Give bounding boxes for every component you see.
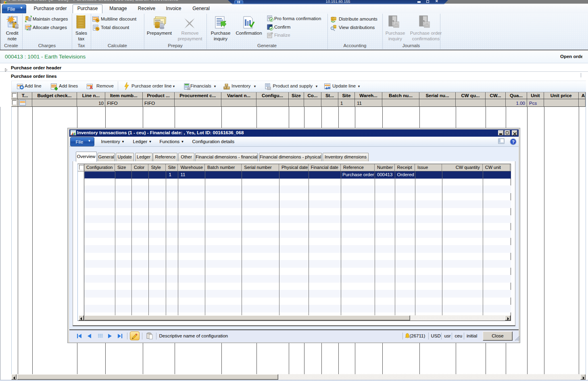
svg-text:%: % bbox=[96, 19, 99, 22]
svg-text:?: ? bbox=[512, 139, 515, 144]
svg-text:%: % bbox=[96, 27, 99, 30]
